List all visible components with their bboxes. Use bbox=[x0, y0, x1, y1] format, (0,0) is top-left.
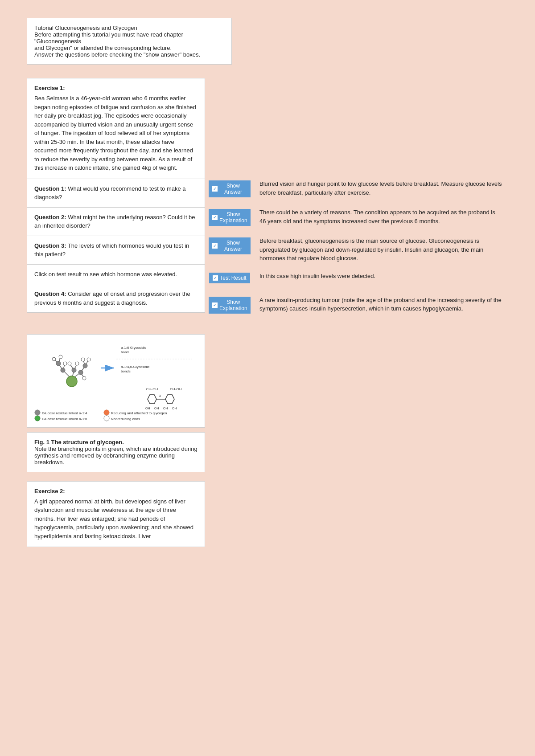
figure1-caption: Note the branching points in green, whic… bbox=[34, 445, 198, 466]
svg-text:CH₂OH: CH₂OH bbox=[170, 387, 182, 391]
q2-answer: There could be a variety of reasons. The… bbox=[254, 204, 508, 229]
svg-text:bond: bond bbox=[121, 350, 129, 354]
exercise2-title: Exercise 2: bbox=[34, 488, 198, 494]
q1-checkbox-icon bbox=[212, 186, 218, 192]
svg-point-35 bbox=[82, 376, 86, 380]
svg-point-33 bbox=[81, 358, 85, 361]
tutorial-box: Tutorial Gluconeogenesis and Glycogen Be… bbox=[27, 18, 232, 65]
q2-btn-cell: Show Explanation bbox=[205, 204, 254, 230]
tutorial-line1: Before attempting this tutorial you must… bbox=[34, 31, 183, 45]
q2-label: Question 2: bbox=[34, 214, 66, 221]
svg-point-27 bbox=[63, 362, 67, 365]
q3-row: Show Answer Before breakfast, gluconeoge… bbox=[205, 233, 508, 266]
tutorial-title: Tutorial Gluconeogenesis and Glycogen bbox=[34, 25, 224, 31]
test-result-checkbox-icon bbox=[213, 275, 218, 281]
exercise2-box: Exercise 2: A girl appeared normal at bi… bbox=[27, 481, 205, 548]
svg-point-26 bbox=[59, 355, 62, 359]
q4-btn-cell: Show Explanation bbox=[205, 292, 254, 318]
spacer-desc bbox=[205, 78, 508, 176]
svg-text:OH: OH bbox=[145, 407, 150, 410]
svg-point-32 bbox=[83, 364, 87, 368]
svg-text:Nonreducing ends: Nonreducing ends bbox=[111, 417, 140, 421]
q3-btn-cell: Show Answer bbox=[205, 233, 254, 259]
q4-row: Show Explanation A rare insulin-producin… bbox=[205, 292, 508, 323]
svg-point-25 bbox=[52, 357, 56, 361]
q4-show-explanation-button[interactable]: Show Explanation bbox=[209, 297, 251, 314]
svg-text:Glucose residue linked α-1:4: Glucose residue linked α-1:4 bbox=[42, 411, 87, 415]
svg-point-29 bbox=[68, 362, 71, 365]
q1-btn-label: Show Answer bbox=[219, 183, 247, 195]
exercise2-text: A girl appeared normal at birth, but dev… bbox=[34, 497, 198, 541]
q4-answer: A rare insulin-producing tumour (note th… bbox=[254, 292, 508, 317]
question4-cell: Question 4: Consider age of onset and pr… bbox=[27, 284, 205, 313]
exercise1-box: Exercise 1: Bea Selmass is a 46-year-old… bbox=[27, 78, 205, 179]
q1-label: Question 1: bbox=[34, 185, 66, 192]
q1-show-answer-button[interactable]: Show Answer bbox=[209, 180, 251, 197]
exercise1-right: Show Answer Blurred vision and hunger po… bbox=[205, 78, 508, 325]
svg-marker-47 bbox=[165, 395, 174, 404]
q4-checkbox-icon bbox=[212, 302, 218, 308]
svg-point-34 bbox=[87, 358, 91, 361]
svg-text:α-1:4,6-Glycosidic: α-1:4,6-Glycosidic bbox=[121, 365, 149, 369]
exercise1-left: Exercise 1: Bea Selmass is a 46-year-old… bbox=[27, 78, 205, 325]
exercise1-title: Exercise 1: bbox=[34, 85, 198, 91]
q2-checkbox-icon bbox=[212, 215, 218, 220]
test-result-answer: In this case high insulin levels were de… bbox=[254, 268, 508, 284]
q1-row: Show Answer Blurred vision and hunger po… bbox=[205, 176, 508, 203]
svg-text:O: O bbox=[159, 394, 161, 397]
svg-text:Glucose residue linked α-1:6: Glucose residue linked α-1:6 bbox=[42, 417, 87, 421]
tutorial-line3: Answer the questions before checking the… bbox=[34, 51, 200, 58]
q2-row: Show Explanation There could be a variet… bbox=[205, 204, 508, 231]
svg-point-24 bbox=[56, 361, 61, 366]
exercise1-container: Exercise 1: Bea Selmass is a 46-year-old… bbox=[27, 78, 508, 325]
q1-answer: Blurred vision and hunger point to low g… bbox=[254, 176, 508, 200]
svg-point-22 bbox=[66, 376, 77, 387]
q2-show-explanation-button[interactable]: Show Explanation bbox=[209, 209, 251, 226]
glycogen-svg: Glucose residue linked α-1:4 Glucose res… bbox=[32, 339, 201, 424]
click-test-text: Click on test result to see which hormon… bbox=[34, 271, 177, 278]
q3-btn-label: Show Answer bbox=[219, 240, 247, 252]
svg-point-28 bbox=[72, 368, 76, 372]
glycogen-diagram-box: Glucose residue linked α-1:4 Glucose res… bbox=[27, 334, 205, 428]
svg-point-4 bbox=[104, 410, 109, 415]
figure1-caption-bold: Fig. 1 The structure of glycogen. bbox=[34, 439, 124, 445]
svg-text:OH: OH bbox=[163, 407, 168, 410]
tutorial-body: Before attempting this tutorial you must… bbox=[34, 31, 224, 58]
svg-text:OH: OH bbox=[154, 407, 159, 410]
question3-cell: Question 3: The levels of which hormones… bbox=[27, 236, 205, 264]
click-test-cell: Click on test result to see which hormon… bbox=[27, 264, 205, 284]
svg-text:α-1:6 Glycosidic: α-1:6 Glycosidic bbox=[121, 346, 146, 350]
q3-show-answer-button[interactable]: Show Answer bbox=[209, 237, 251, 254]
svg-marker-43 bbox=[148, 395, 156, 404]
q2-btn-label: Show Explanation bbox=[219, 211, 247, 224]
svg-point-6 bbox=[104, 416, 109, 421]
test-result-button[interactable]: Test Result bbox=[209, 273, 250, 283]
q3-label: Question 3: bbox=[34, 242, 66, 249]
q4-btn-label: Show Explanation bbox=[219, 299, 247, 311]
q1-btn-cell: Show Answer bbox=[205, 176, 254, 202]
question1-cell: Question 1: What would you recommend to … bbox=[27, 179, 205, 207]
q4-label: Question 4: bbox=[34, 290, 66, 297]
q3-checkbox-icon bbox=[212, 243, 218, 249]
svg-text:Reducing and attached to glyco: Reducing and attached to glycogen bbox=[111, 411, 167, 415]
svg-point-23 bbox=[61, 368, 65, 372]
svg-text:CH₂OH: CH₂OH bbox=[146, 387, 158, 391]
test-result-btn-cell: Test Result bbox=[205, 268, 254, 288]
test-result-btn-label: Test Result bbox=[220, 275, 246, 281]
svg-point-31 bbox=[78, 370, 83, 375]
svg-point-0 bbox=[35, 410, 40, 415]
svg-text:OH: OH bbox=[172, 407, 177, 410]
page-wrapper: Tutorial Gluconeogenesis and Glycogen Be… bbox=[0, 0, 535, 565]
test-result-row: Test Result In this case high insulin le… bbox=[205, 268, 508, 290]
q3-answer: Before breakfast, gluconeogenesis is the… bbox=[254, 233, 508, 266]
svg-point-2 bbox=[35, 416, 40, 421]
figure1-box: Fig. 1 The structure of glycogen. Note t… bbox=[27, 432, 205, 472]
exercise1-text: Bea Selmass is a 46-year-old woman who 6… bbox=[34, 94, 198, 172]
question2-cell: Question 2: What might be the underlying… bbox=[27, 207, 205, 236]
svg-point-30 bbox=[75, 362, 79, 365]
tutorial-line2: and Glycogen" or attended the correspond… bbox=[34, 45, 172, 51]
svg-text:bonds: bonds bbox=[121, 369, 131, 373]
